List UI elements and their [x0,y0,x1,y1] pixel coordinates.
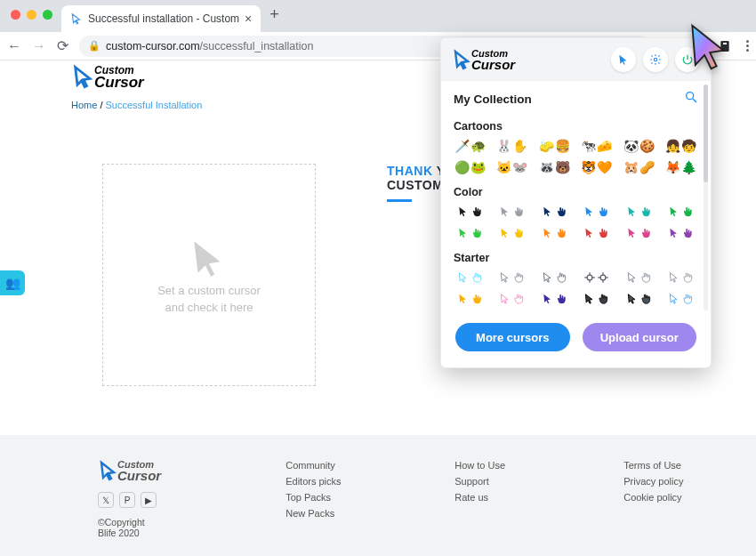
footer-link[interactable]: Top Packs [286,492,392,503]
social-youtube-icon[interactable]: ▶ [141,492,157,508]
breadcrumb-home[interactable]: Home [71,100,97,110]
footer-link[interactable]: Community [286,460,392,471]
browser-menu-icon[interactable] [746,40,749,52]
cursor-item[interactable] [623,291,655,307]
section-starter-label: Starter [441,245,711,268]
footer-link[interactable]: Editors picks [286,476,392,487]
cursor-item[interactable] [496,225,528,241]
cursor-item[interactable] [581,225,613,241]
footer-logo[interactable]: CustomCursor [98,460,161,481]
popup-scroll-thumb[interactable] [704,85,708,182]
section-color-label: Color [441,179,711,202]
nav-reload-icon[interactable]: ⟳ [57,37,68,54]
footer-link[interactable]: Privacy policy [623,476,730,487]
extension-popup: CustomCursor My Collection Cartoons 🗡️🐢🐰… [440,37,712,368]
logo-text-bottom: Cursor [94,76,144,89]
svg-rect-0 [720,41,728,52]
more-cursors-button[interactable]: More cursors [455,323,570,351]
cursor-item[interactable]: 🐹🥜 [623,159,655,175]
social-twitter-icon[interactable]: 𝕏 [98,492,114,508]
upload-cursor-button[interactable]: Upload cursor [583,323,697,351]
footer-link[interactable]: Rate us [454,492,561,503]
social-pinterest-icon[interactable]: P [119,492,135,508]
cursor-item[interactable] [538,291,570,307]
cursor-item[interactable]: 👧🧒 [665,138,697,154]
cursor-item[interactable] [581,204,613,220]
browser-tab[interactable]: Successful installation - Custom × [61,5,261,32]
url-text: custom-cursor.com/successful_installatio… [106,40,313,52]
window-min-dot[interactable] [27,10,36,20]
footer-link[interactable]: How to Use [454,460,561,471]
site-logo[interactable]: CustomCursor [71,64,144,89]
cursor-item[interactable] [454,225,486,241]
popup-default-cursor-button[interactable] [611,47,636,72]
cursor-item[interactable] [538,225,570,241]
cursor-item[interactable]: 🐰✋ [496,138,528,154]
cursor-item[interactable]: 🟢🐸 [454,159,486,175]
tab-favicon [70,12,83,25]
svg-rect-1 [723,43,727,44]
breadcrumb-current: Successful Installation [106,100,203,110]
svg-point-3 [687,93,694,100]
footer-link[interactable]: Support [454,476,561,487]
footer-col-legal: Terms of Use Privacy policy Cookie polic… [623,460,730,538]
window-close-dot[interactable] [11,10,20,20]
search-icon[interactable] [684,90,698,108]
cursor-item[interactable] [665,270,697,286]
popup-settings-button[interactable] [643,47,668,72]
cursor-item[interactable]: 🦊🌲 [665,159,697,175]
popup-scrollbar[interactable] [704,85,708,310]
preview-text-1: Set a custom cursor [157,284,261,297]
cursor-item[interactable] [665,291,697,307]
cursor-item[interactable] [496,291,528,307]
tab-close-icon[interactable]: × [245,12,252,26]
cursor-item[interactable] [581,291,613,307]
cursor-item[interactable]: 🐼🍪 [623,138,655,154]
cursor-item[interactable]: 🐱🐭 [496,159,528,175]
footer-copyright: ©Copyright Blife 2020 [98,517,161,538]
cursor-item[interactable] [496,270,528,286]
extension-other-icon[interactable] [716,37,734,55]
popup-power-button[interactable] [675,47,700,72]
cursor-item[interactable]: 🐯🧡 [581,159,613,175]
cursor-item[interactable]: 🦝🐻 [538,159,570,175]
window-max-dot[interactable] [43,10,52,20]
cursor-item[interactable] [623,225,655,241]
svg-point-2 [654,58,657,61]
page-footer: CustomCursor 𝕏 P ▶ ©Copyright Blife 2020… [0,435,756,556]
svg-point-5 [587,275,592,280]
lock-icon: 🔒 [88,40,101,52]
cursor-item[interactable] [623,204,655,220]
section-cartoons-label: Cartoons [441,113,711,136]
cursor-item[interactable] [538,270,570,286]
popup-logo: CustomCursor [452,49,515,70]
footer-col-help: How to Use Support Rate us [454,460,561,538]
cursor-item[interactable] [454,204,486,220]
preview-text-2: and check it here [165,301,253,314]
collection-title: My Collection [454,93,532,106]
footer-col-community: Community Editors picks Top Packs New Pa… [286,460,392,538]
tab-title: Successful installation - Custom [88,12,239,25]
svg-line-4 [693,99,696,102]
footer-link[interactable]: Terms of Use [623,460,730,471]
cursor-preview-area[interactable]: Set a custom cursor and check it here [102,164,316,386]
cursor-item[interactable] [581,270,613,286]
side-widget-button[interactable]: 👥 [0,270,25,295]
cursor-item[interactable] [538,204,570,220]
preview-cursor-icon [187,236,231,280]
cursor-item[interactable] [665,225,697,241]
cursor-item[interactable]: 🐄🧀 [581,138,613,154]
cursor-item[interactable] [665,204,697,220]
footer-link[interactable]: New Packs [286,508,392,519]
cursor-item[interactable] [454,270,486,286]
cursor-item[interactable] [454,291,486,307]
cursor-item[interactable]: 🧽🍔 [538,138,570,154]
cursor-item[interactable] [623,270,655,286]
cursor-item[interactable]: 🗡️🐢 [454,138,486,154]
nav-forward-icon: → [32,38,46,54]
nav-back-icon[interactable]: ← [7,38,21,54]
svg-point-10 [600,275,606,280]
new-tab-button[interactable]: + [269,5,279,24]
cursor-item[interactable] [496,204,528,220]
footer-link[interactable]: Cookie policy [623,492,730,503]
